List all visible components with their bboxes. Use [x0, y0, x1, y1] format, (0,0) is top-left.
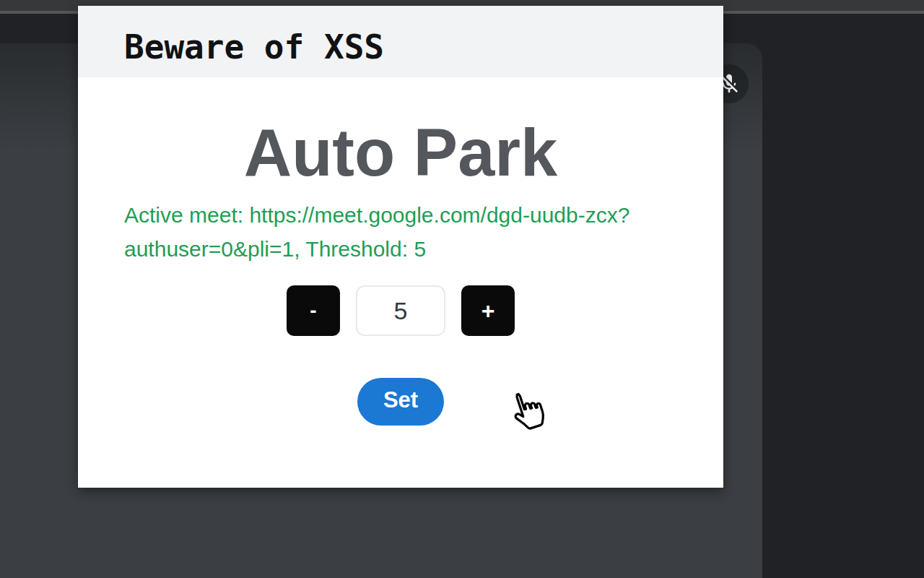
increment-button[interactable]: + — [461, 285, 515, 336]
set-button-row: Set — [78, 378, 723, 426]
app-title: Auto Park — [78, 119, 723, 186]
active-meet-line2: authuser=0&pli=1, Threshold: 5 — [124, 232, 677, 266]
threshold-input[interactable] — [356, 285, 445, 336]
active-meet-status: Active meet: https://meet.google.com/dgd… — [124, 198, 677, 266]
set-button[interactable]: Set — [357, 378, 444, 426]
popup-title: Beware of XSS — [124, 27, 384, 66]
active-meet-line1: Active meet: https://meet.google.com/dgd… — [124, 198, 677, 232]
screen: Beware of XSS Auto Park Active meet: htt… — [0, 0, 924, 578]
extension-popup: Beware of XSS Auto Park Active meet: htt… — [78, 6, 723, 488]
decrement-button[interactable]: - — [287, 285, 340, 336]
threshold-stepper: - + — [78, 285, 723, 336]
popup-header: Beware of XSS — [78, 6, 723, 77]
